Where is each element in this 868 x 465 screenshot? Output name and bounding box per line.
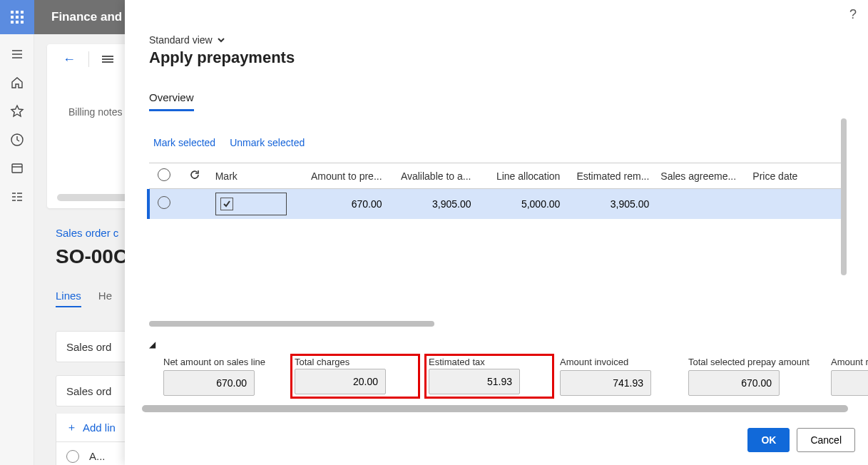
panel-title: Apply prepayments [149,48,295,67]
estimated-tax-label: Estimated tax [429,357,550,367]
amount-remaining-label: Amount remaining on sales l [831,357,868,367]
net-amount-label: Net amount on sales line [163,357,285,367]
collapse-caret-icon[interactable]: ◢ [149,339,155,349]
mark-checkbox[interactable] [220,198,233,210]
col-price-date[interactable]: Price date [747,163,845,189]
col-line-allocation[interactable]: Line allocation [476,163,566,189]
page-tabs: Lines He [56,290,112,307]
col-available-to-apply[interactable]: Avalilable to a... [388,163,477,189]
panel-footer: OK Cancel [747,428,855,452]
help-icon[interactable]: ? [849,7,857,22]
select-all-circle-icon[interactable] [158,168,170,181]
svg-rect-1 [12,164,22,173]
amount-invoiced-field: Amount invoiced [560,357,681,397]
chevron-down-icon [217,36,225,44]
left-rail [0,34,34,465]
cell-available-to-apply[interactable]: 3,905.00 [388,189,477,219]
total-selected-prepay-label: Total selected prepay amount [688,357,824,367]
net-amount-value [163,370,255,396]
apply-prepayments-panel: ? Standard view Apply prepayments Overvi… [125,0,868,465]
total-charges-field: Total charges [292,355,419,397]
estimated-tax-value [429,369,520,394]
col-estimated-remaining[interactable]: Estimated rem... [566,163,655,189]
workspace-icon[interactable] [10,161,24,175]
grid-horizontal-scrollbar[interactable] [149,321,434,327]
ok-button[interactable]: OK [747,428,790,452]
list-icon[interactable] [102,56,113,63]
refresh-icon[interactable] [189,171,200,183]
total-selected-prepay-field: Total selected prepay amount [688,357,824,397]
amount-invoiced-label: Amount invoiced [560,357,681,367]
app-title: Finance and [51,10,122,24]
unmark-selected-link[interactable]: Unmark selected [230,137,305,148]
grid-vertical-scrollbar[interactable] [841,118,847,275]
cancel-button[interactable]: Cancel [797,428,855,452]
tab-lines[interactable]: Lines [56,290,81,307]
grid-actions: Mark selected Unmark selected [153,137,305,148]
table-row[interactable]: 670.00 3,905.00 5,000.00 3,905.00 [149,189,845,219]
cell-estimated-remaining[interactable]: 3,905.00 [566,189,655,219]
row-select-circle-icon[interactable] [158,196,170,209]
tab-header[interactable]: He [98,290,112,307]
amount-remaining-value [831,370,868,396]
estimated-tax-field: Estimated tax [426,355,553,397]
mark-selected-link[interactable]: Mark selected [153,137,215,148]
amount-invoiced-value [560,370,651,396]
clock-icon[interactable] [10,133,24,147]
cell-sales-agreement[interactable] [655,189,747,219]
tab-overview[interactable]: Overview [149,91,194,111]
home-icon[interactable] [10,76,24,90]
view-selector[interactable]: Standard view [149,34,225,46]
net-amount-field: Net amount on sales line [163,357,285,397]
back-arrow-icon[interactable]: ← [63,52,76,67]
hamburger-icon[interactable] [10,47,24,61]
row-select-circle-icon[interactable] [66,450,79,463]
total-charges-label: Total charges [295,357,416,367]
totals-row: Net amount on sales line Total charges E… [163,357,868,397]
totals-horizontal-scrollbar[interactable] [142,405,848,412]
panel-tabs: Overview [149,91,194,111]
sales-order-breadcrumb[interactable]: Sales order c [56,227,118,239]
col-mark[interactable]: Mark [210,163,297,189]
mark-cell[interactable] [215,193,287,215]
app-launcher-icon[interactable] [0,0,34,34]
cell-line-allocation[interactable]: 5,000.00 [476,189,566,219]
cell-price-date[interactable] [747,189,845,219]
cell-amount-to-prepay[interactable]: 670.00 [297,189,388,219]
amount-remaining-field: Amount remaining on sales l [831,357,868,397]
plus-icon: ＋ [66,421,77,434]
star-icon[interactable] [10,104,24,118]
total-charges-value [295,369,386,394]
col-amount-to-prepay[interactable]: Amount to pre... [297,163,388,189]
prepayments-grid: Mark Amount to pre... Avalilable to a...… [149,163,845,219]
col-sales-agreement[interactable]: Sales agreeme... [655,163,747,189]
total-selected-prepay-value [688,370,780,396]
sales-order-number: SO-00C [56,245,128,268]
modules-icon[interactable] [10,190,24,204]
